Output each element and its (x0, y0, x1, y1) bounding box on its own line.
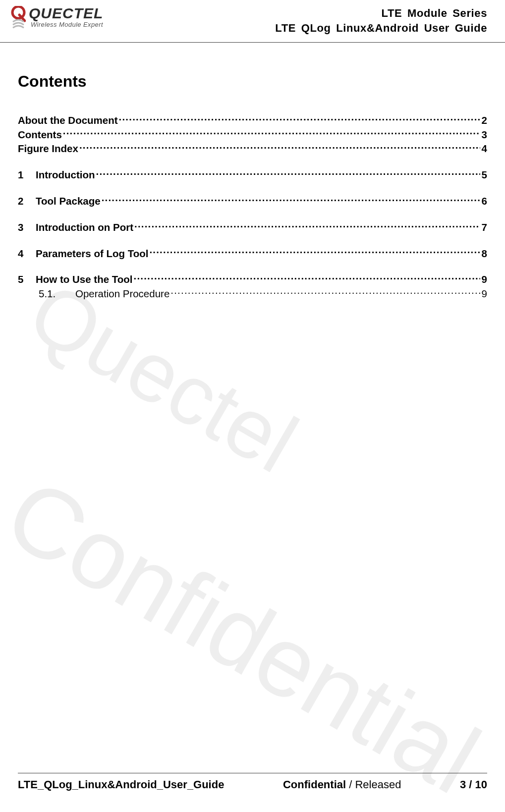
toc-label: About the Document (18, 114, 118, 127)
footer-sep: / (346, 778, 355, 791)
toc-label: Figure Index (18, 142, 78, 155)
toc-leader (78, 141, 480, 153)
content-area: Contents About the Document 2 Contents 3… (0, 43, 505, 300)
toc-entry[interactable]: Contents 3 (18, 127, 487, 141)
toc-sub-num: 5.1. (39, 287, 61, 300)
toc-chapter: 1 Introduction 5 (18, 167, 487, 182)
toc-chapter: 2 Tool Package 6 (18, 194, 487, 208)
toc-page: 2 (480, 114, 487, 127)
toc-label: Introduction (36, 168, 95, 181)
toc-leader (101, 194, 480, 205)
toc-label: Introduction on Port (36, 221, 133, 234)
toc-entry[interactable]: 4 Parameters of Log Tool 8 (18, 246, 487, 260)
toc-chapter: 4 Parameters of Log Tool 8 (18, 246, 487, 260)
page-footer: LTE_QLog_Linux&Android_User_Guide Confid… (18, 773, 487, 791)
toc-label: How to Use the Tool (36, 273, 133, 286)
toc-front-matter: About the Document 2 Contents 3 Figure I… (18, 112, 487, 155)
toc-label: Contents (18, 128, 62, 141)
quectel-logo-icon (11, 6, 26, 32)
toc-page: 5 (480, 168, 487, 181)
toc-leader (148, 246, 480, 257)
toc-page: 8 (480, 247, 487, 260)
toc-leader (62, 127, 480, 138)
toc-num: 3 (18, 221, 36, 234)
footer-center: Confidential / Released (283, 778, 401, 791)
toc-page: 3 (480, 128, 487, 141)
page-header: QUECTEL Wireless Module Expert LTE Modul… (0, 0, 505, 43)
toc-page: 4 (480, 142, 487, 155)
toc-label: Operation Procedure (75, 287, 169, 300)
logo: QUECTEL Wireless Module Expert (11, 6, 103, 32)
toc-label: Parameters of Log Tool (36, 247, 148, 260)
header-doc-title: LTE Module Series LTE QLog Linux&Android… (275, 6, 487, 35)
footer-released: Released (355, 778, 401, 791)
toc-page: 7 (480, 221, 487, 234)
footer-right: 3 / 10 (460, 778, 487, 791)
toc-sub-entry[interactable]: 5.1. Operation Procedure 9 (18, 286, 487, 301)
toc-chapter: 5 How to Use the Tool 9 5.1. Operation P… (18, 272, 487, 301)
toc-page: 9 (480, 273, 487, 286)
toc-num: 2 (18, 195, 36, 208)
toc-entry[interactable]: 3 Introduction on Port 7 (18, 219, 487, 234)
toc-num: 4 (18, 247, 36, 260)
toc-label: Tool Package (36, 195, 101, 208)
toc-page: 9 (480, 287, 487, 300)
toc-num: 5 (18, 273, 36, 286)
toc-num: 1 (18, 168, 36, 181)
toc-leader (133, 272, 480, 283)
logo-sub-text: Wireless Module Expert (29, 21, 103, 28)
toc-leader (118, 112, 480, 124)
toc-leader (95, 167, 480, 179)
toc-leader (133, 219, 480, 231)
logo-main-text: QUECTEL (29, 6, 103, 21)
toc-entry[interactable]: Figure Index 4 (18, 141, 487, 156)
watermark-confidential: Confidential (0, 456, 498, 812)
toc-entry[interactable]: 5 How to Use the Tool 9 (18, 272, 487, 286)
header-line2: LTE QLog Linux&Android User Guide (275, 21, 487, 36)
toc-entry[interactable]: About the Document 2 (18, 112, 487, 127)
page-title: Contents (18, 72, 487, 91)
footer-confidential: Confidential (283, 778, 346, 791)
header-line1: LTE Module Series (275, 6, 487, 21)
toc-chapter: 3 Introduction on Port 7 (18, 219, 487, 234)
toc-entry[interactable]: 2 Tool Package 6 (18, 194, 487, 208)
toc-entry[interactable]: 1 Introduction 5 (18, 167, 487, 182)
toc-leader (169, 286, 480, 298)
footer-left: LTE_QLog_Linux&Android_User_Guide (18, 778, 224, 791)
toc-page: 6 (480, 195, 487, 208)
